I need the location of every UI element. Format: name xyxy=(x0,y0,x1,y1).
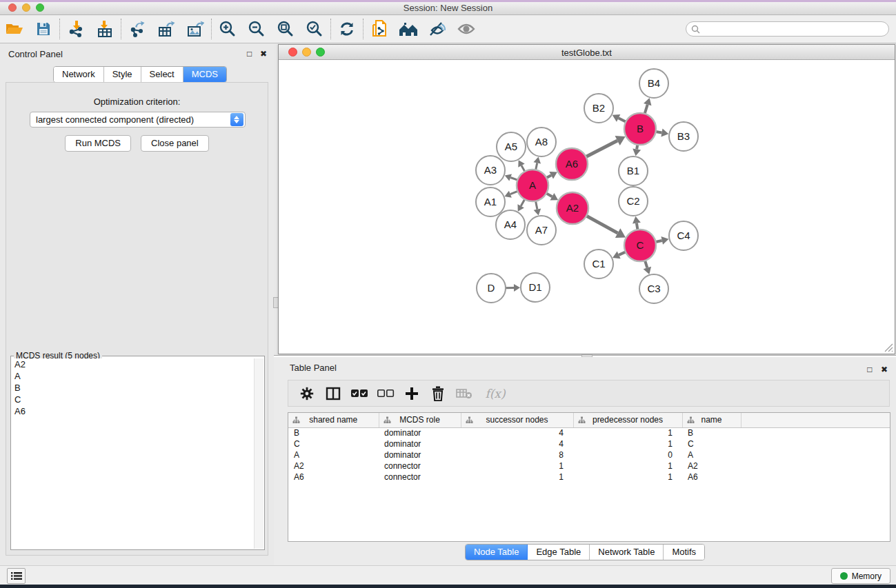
graph-edge-A-A1[interactable] xyxy=(510,191,518,194)
zoom-selected-icon[interactable] xyxy=(300,17,329,41)
table-cell[interactable]: 4 xyxy=(461,438,573,449)
toggle-view-icon[interactable] xyxy=(452,17,481,41)
table-row[interactable]: A2connector11A2 xyxy=(288,460,890,472)
tab-network-table[interactable]: Network Table xyxy=(590,545,664,560)
settings-gear-icon[interactable] xyxy=(294,383,320,405)
open-file-icon[interactable] xyxy=(0,17,29,41)
network-graph[interactable]: B4B2BB3A8A5A6A3B1AA1C2A2A4A7C4CC1DD1C3 xyxy=(279,60,895,354)
graph-edge-A-A4[interactable] xyxy=(521,199,525,206)
column-header-predecessor-nodes[interactable]: predecessor nodes xyxy=(573,413,682,427)
deselect-all-icon[interactable] xyxy=(372,383,399,405)
table-cell[interactable]: B xyxy=(682,427,741,438)
column-header-MCDS-role[interactable]: MCDS role xyxy=(379,413,461,427)
mcds-result-item[interactable]: A2 xyxy=(12,358,254,370)
table-row[interactable]: Bdominator41B xyxy=(288,427,890,438)
import-network-icon[interactable] xyxy=(61,17,90,41)
graph-edge-B-B2[interactable] xyxy=(619,118,626,121)
graph-edge-A-A7[interactable] xyxy=(536,201,537,210)
function-builder-icon[interactable]: f(x) xyxy=(477,383,513,405)
table-cell[interactable]: connector xyxy=(379,460,461,472)
graph-edge-A-A5[interactable] xyxy=(521,165,525,172)
table-row[interactable]: Cdominator41C xyxy=(288,438,890,449)
table-cell[interactable]: 1 xyxy=(573,427,682,438)
show-column-icon[interactable] xyxy=(320,383,346,405)
close-panel-icon[interactable]: ✖ xyxy=(260,50,267,58)
graph-edge-A-A3[interactable] xyxy=(510,178,517,181)
delete-table-icon[interactable] xyxy=(451,383,477,405)
table-cell[interactable]: A xyxy=(288,449,379,460)
graph-edge-A6-B[interactable] xyxy=(586,141,617,157)
network-canvas[interactable]: B4B2BB3A8A5A6A3B1AA1C2A2A4A7C4CC1DD1C3 xyxy=(279,60,895,354)
tab-mcds[interactable]: MCDS xyxy=(183,67,226,82)
table-cell[interactable]: A6 xyxy=(682,472,741,483)
table-cell[interactable]: dominator xyxy=(379,449,461,460)
tab-style[interactable]: Style xyxy=(104,67,141,82)
export-image-icon[interactable] xyxy=(181,17,210,41)
table-cell[interactable]: 4 xyxy=(461,427,573,438)
table-cell[interactable]: connector xyxy=(379,472,461,483)
select-all-icon[interactable] xyxy=(346,383,372,405)
new-network-from-selection-icon[interactable] xyxy=(365,17,394,41)
graph-edge-A2-C[interactable] xyxy=(586,216,617,233)
table-cell[interactable]: A xyxy=(682,449,741,460)
table-cell[interactable]: 1 xyxy=(573,460,682,472)
tab-select[interactable]: Select xyxy=(141,67,183,82)
table-cell[interactable]: dominator xyxy=(379,438,461,449)
mcds-result-item[interactable]: C xyxy=(12,394,254,405)
delete-icon[interactable] xyxy=(425,383,451,405)
table-cell[interactable]: 1 xyxy=(573,438,682,449)
table-row[interactable]: A6connector11A6 xyxy=(288,472,890,483)
close-panel-button[interactable]: Close panel xyxy=(141,135,209,152)
zoom-fit-icon[interactable] xyxy=(271,17,300,41)
network-window-titlebar[interactable]: testGlobe.txt xyxy=(279,45,895,60)
graph-edge-C-C4[interactable] xyxy=(655,241,661,242)
table-cell[interactable]: 0 xyxy=(573,449,682,460)
save-session-icon[interactable] xyxy=(29,17,58,41)
table-cell[interactable]: 1 xyxy=(461,472,573,483)
tab-edge-table[interactable]: Edge Table xyxy=(528,545,590,560)
export-table-icon[interactable] xyxy=(152,17,181,41)
export-network-icon[interactable] xyxy=(123,17,152,41)
mcds-result-item[interactable]: B xyxy=(12,382,254,394)
add-icon[interactable] xyxy=(399,383,425,405)
graph-edge-B-B4[interactable] xyxy=(645,105,648,114)
table-cell[interactable]: 1 xyxy=(461,460,573,472)
graph-edge-C-C2[interactable] xyxy=(637,223,638,230)
graph-edge-A-A2[interactable] xyxy=(546,193,552,196)
memory-button[interactable]: Memory xyxy=(831,568,890,584)
run-mcds-button[interactable]: Run MCDS xyxy=(65,135,131,152)
close-table-panel-icon[interactable]: ✖ xyxy=(881,365,888,374)
task-history-button[interactable] xyxy=(7,568,26,584)
import-table-icon[interactable] xyxy=(90,17,119,41)
graph-edge-A-A8[interactable] xyxy=(536,163,537,170)
refresh-icon[interactable] xyxy=(332,17,361,41)
table-cell[interactable]: A2 xyxy=(288,460,379,472)
scrollbar-track[interactable] xyxy=(254,358,263,549)
show-hide-graphics-icon[interactable] xyxy=(423,17,452,41)
column-header-successor-nodes[interactable]: successor nodes xyxy=(461,413,573,427)
column-header-shared-name[interactable]: shared name xyxy=(288,413,379,427)
table-row[interactable]: Adominator80A xyxy=(288,449,890,460)
graph-edge-C-C3[interactable] xyxy=(645,261,647,268)
mcds-result-list[interactable]: A2ABCA6 xyxy=(12,358,254,549)
float-panel-icon[interactable]: □ xyxy=(247,50,252,58)
tab-motifs[interactable]: Motifs xyxy=(664,545,704,560)
table-cell[interactable]: 1 xyxy=(573,472,682,483)
graph-edge-C-C1[interactable] xyxy=(619,252,626,254)
mcds-result-item[interactable]: A xyxy=(12,370,254,382)
search-input[interactable] xyxy=(700,23,888,35)
table-cell[interactable]: C xyxy=(288,438,379,449)
resize-grip-icon[interactable] xyxy=(884,343,893,352)
table-cell[interactable]: 8 xyxy=(461,449,573,460)
mcds-result-item[interactable]: A6 xyxy=(12,405,254,417)
criterion-dropdown[interactable]: largest connected component (directed) xyxy=(30,112,246,128)
zoom-out-icon[interactable] xyxy=(242,17,271,41)
zoom-in-icon[interactable] xyxy=(213,17,242,41)
tab-network[interactable]: Network xyxy=(54,67,104,82)
table-cell[interactable]: B xyxy=(288,427,379,438)
tab-node-table[interactable]: Node Table xyxy=(466,545,528,560)
float-table-panel-icon[interactable]: □ xyxy=(867,365,872,374)
table-cell[interactable]: dominator xyxy=(379,427,461,438)
table-cell[interactable]: C xyxy=(682,438,741,449)
node-table[interactable]: shared nameMCDS rolesuccessor nodesprede… xyxy=(288,412,890,542)
